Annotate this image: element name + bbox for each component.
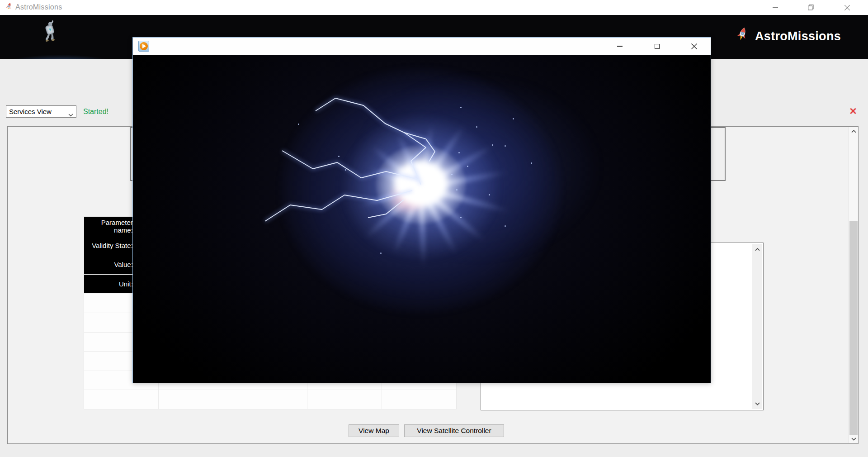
table-cell	[233, 390, 308, 409]
table-cell	[382, 390, 457, 409]
lightning-effect	[133, 55, 711, 383]
scroll-up-button[interactable]	[849, 127, 858, 135]
scrollbar-thumb[interactable]	[849, 221, 858, 435]
window-title: AstroMissions	[15, 3, 62, 11]
maximize-icon	[655, 44, 660, 49]
brand-logo: AstroMissions	[733, 27, 841, 46]
table-cell	[307, 390, 382, 409]
minimize-icon	[773, 7, 778, 8]
view-selector[interactable]: Services View	[6, 105, 76, 118]
minimize-button[interactable]	[606, 38, 634, 55]
video-window-titlebar[interactable]	[133, 38, 711, 55]
view-satellite-controller-button[interactable]: View Satellite Controller	[404, 424, 504, 437]
close-button[interactable]	[680, 38, 708, 55]
rocket-icon	[4, 2, 14, 12]
window-titlebar[interactable]: AstroMissions	[0, 0, 868, 15]
restore-icon	[808, 5, 814, 10]
video-player-window	[132, 37, 711, 383]
table-cell	[84, 390, 159, 409]
inner-scrollbar[interactable]	[752, 244, 762, 409]
status-text: Started!	[83, 108, 108, 116]
brand-title: AstroMissions	[755, 29, 841, 43]
clear-close-button[interactable]: ✕	[846, 105, 860, 118]
scroll-up-button[interactable]	[752, 245, 762, 254]
close-icon	[691, 43, 697, 49]
minimize-icon	[617, 46, 623, 47]
outer-scrollbar[interactable]	[849, 127, 858, 443]
minimize-button[interactable]	[762, 0, 789, 15]
restore-button[interactable]	[797, 0, 824, 15]
scroll-down-button[interactable]	[849, 435, 858, 443]
video-frame	[133, 55, 711, 383]
view-selector-wrap: Services View	[6, 105, 76, 118]
scroll-down-button[interactable]	[752, 399, 762, 408]
play-icon[interactable]	[138, 41, 149, 52]
view-map-button[interactable]: View Map	[349, 424, 399, 437]
table-cell	[159, 390, 233, 409]
maximize-button[interactable]	[643, 38, 671, 55]
close-icon	[844, 5, 850, 10]
close-button[interactable]	[834, 0, 861, 15]
rocket-icon	[733, 27, 750, 46]
